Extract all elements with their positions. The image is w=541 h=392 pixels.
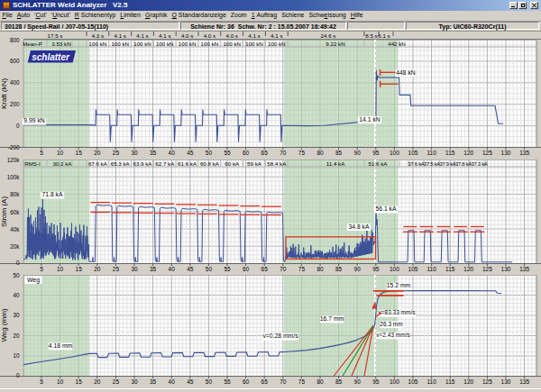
svg-text:61.6 kA: 61.6 kA bbox=[178, 160, 197, 167]
svg-text:120: 120 bbox=[463, 266, 473, 272]
svg-text:80: 80 bbox=[316, 266, 324, 272]
svg-text:120: 120 bbox=[463, 150, 473, 156]
svg-text:85: 85 bbox=[335, 150, 343, 156]
svg-text:15: 15 bbox=[76, 266, 83, 272]
svg-text:60: 60 bbox=[243, 150, 250, 156]
svg-text:400: 400 bbox=[10, 79, 20, 86]
svg-text:60 kA: 60 kA bbox=[225, 160, 240, 167]
svg-text:110: 110 bbox=[426, 266, 436, 272]
svg-text:Weg (mm): Weg (mm) bbox=[0, 308, 8, 342]
svg-text:40: 40 bbox=[169, 266, 176, 272]
svg-text:65: 65 bbox=[261, 150, 269, 156]
svg-text:11.4 kA: 11.4 kA bbox=[326, 160, 345, 167]
svg-text:34.8 kA: 34.8 kA bbox=[348, 223, 370, 230]
svg-text:448 kN: 448 kN bbox=[396, 69, 416, 76]
svg-text:115: 115 bbox=[445, 150, 455, 156]
svg-text:4.18 mm: 4.18 mm bbox=[49, 342, 73, 349]
svg-text:37.5 kA: 37.5 kA bbox=[424, 161, 440, 167]
svg-text:45: 45 bbox=[187, 378, 194, 385]
svg-text:37.3 kA: 37.3 kA bbox=[472, 161, 488, 167]
svg-text:v=2.43 mm/s: v=2.43 mm/s bbox=[376, 332, 410, 338]
svg-text:RMS-I: RMS-I bbox=[24, 160, 41, 167]
svg-text:26.3 mm: 26.3 mm bbox=[380, 321, 402, 327]
svg-text:4.1 s: 4.1 s bbox=[136, 32, 148, 39]
svg-text:5: 5 bbox=[40, 150, 43, 156]
svg-text:105: 105 bbox=[408, 378, 418, 385]
svg-text:135: 135 bbox=[519, 378, 529, 385]
svg-text:100 kN: 100 kN bbox=[133, 41, 151, 47]
svg-text:100k: 100k bbox=[7, 174, 21, 180]
svg-text:40: 40 bbox=[169, 150, 176, 156]
svg-text:60: 60 bbox=[243, 378, 250, 385]
svg-text:75: 75 bbox=[298, 266, 306, 272]
svg-text:100 kN: 100 kN bbox=[201, 41, 219, 47]
svg-text:schlatter: schlatter bbox=[32, 52, 70, 62]
svg-text:65: 65 bbox=[261, 266, 269, 272]
svg-text:20: 20 bbox=[94, 378, 101, 385]
svg-text:60: 60 bbox=[243, 266, 250, 272]
svg-text:25: 25 bbox=[113, 266, 120, 272]
svg-text:800: 800 bbox=[10, 37, 20, 43]
svg-text:125: 125 bbox=[482, 266, 492, 272]
svg-text:37.9 kA: 37.9 kA bbox=[440, 161, 456, 167]
svg-text:4.1 s: 4.1 s bbox=[248, 32, 260, 39]
svg-text:80k: 80k bbox=[10, 191, 20, 197]
svg-text:10: 10 bbox=[57, 378, 64, 385]
svg-text:100: 100 bbox=[390, 266, 399, 272]
svg-text:95: 95 bbox=[372, 150, 380, 156]
svg-text:75: 75 bbox=[298, 150, 306, 156]
svg-text:9.99 kN: 9.99 kN bbox=[23, 117, 45, 123]
svg-text:110: 110 bbox=[426, 150, 436, 156]
svg-text:50: 50 bbox=[206, 150, 213, 156]
svg-text:25: 25 bbox=[113, 150, 120, 156]
svg-text:67.6 kA: 67.6 kA bbox=[88, 160, 108, 167]
svg-text:25: 25 bbox=[113, 378, 120, 385]
svg-text:4.1 s: 4.1 s bbox=[114, 32, 125, 39]
svg-text:200: 200 bbox=[10, 101, 20, 107]
svg-text:0: 0 bbox=[16, 260, 20, 266]
svg-text:105: 105 bbox=[408, 266, 418, 272]
svg-text:100: 100 bbox=[390, 150, 399, 156]
svg-text:10: 10 bbox=[13, 352, 20, 359]
svg-text:59 kA: 59 kA bbox=[247, 160, 262, 167]
svg-text:0: 0 bbox=[16, 372, 20, 378]
svg-text:100 kN: 100 kN bbox=[156, 41, 174, 47]
svg-text:4.3 s: 4.3 s bbox=[92, 32, 104, 39]
svg-text:30: 30 bbox=[131, 378, 138, 385]
svg-text:9.22 kN: 9.22 kN bbox=[326, 41, 344, 47]
svg-text:90: 90 bbox=[354, 150, 362, 156]
svg-text:24.6 s: 24.6 s bbox=[321, 32, 336, 39]
svg-text:30.2 kA: 30.2 kA bbox=[53, 160, 73, 167]
svg-text:37.6 kA: 37.6 kA bbox=[408, 161, 425, 167]
svg-text:55: 55 bbox=[224, 266, 231, 272]
svg-text:45: 45 bbox=[187, 150, 194, 156]
svg-text:Mean-P: Mean-P bbox=[23, 41, 42, 47]
svg-text:120: 120 bbox=[463, 378, 473, 385]
svg-text:-200: -200 bbox=[8, 144, 20, 150]
svg-text:20k: 20k bbox=[10, 243, 20, 250]
svg-text:30: 30 bbox=[131, 266, 138, 272]
svg-text:58.4 kA: 58.4 kA bbox=[267, 160, 287, 167]
svg-text:135: 135 bbox=[519, 266, 529, 272]
svg-text:71.8 kA: 71.8 kA bbox=[41, 191, 63, 197]
svg-text:125: 125 bbox=[482, 378, 492, 385]
svg-text:15: 15 bbox=[76, 378, 83, 385]
svg-text:51.6 kA: 51.6 kA bbox=[369, 160, 389, 167]
svg-text:4.0 s: 4.0 s bbox=[225, 32, 237, 39]
svg-text:63.9 kA: 63.9 kA bbox=[133, 160, 153, 167]
svg-text:130: 130 bbox=[501, 378, 511, 385]
svg-text:100 kN: 100 kN bbox=[89, 41, 107, 47]
svg-text:95: 95 bbox=[372, 266, 380, 272]
svg-text:3.53 kN: 3.53 kN bbox=[51, 41, 70, 47]
svg-text:70: 70 bbox=[280, 266, 287, 272]
svg-text:40k: 40k bbox=[10, 226, 20, 232]
svg-text:10: 10 bbox=[57, 266, 64, 272]
svg-text:80: 80 bbox=[316, 378, 324, 385]
svg-text:130: 130 bbox=[501, 150, 511, 156]
svg-text:5: 5 bbox=[40, 378, 43, 385]
svg-text:Weg: Weg bbox=[27, 277, 40, 284]
svg-text:16.7 mm: 16.7 mm bbox=[320, 315, 344, 322]
svg-text:4.1 s: 4.1 s bbox=[270, 32, 282, 39]
svg-text:Strom (A): Strom (A) bbox=[0, 196, 8, 228]
svg-text:70: 70 bbox=[280, 378, 287, 385]
